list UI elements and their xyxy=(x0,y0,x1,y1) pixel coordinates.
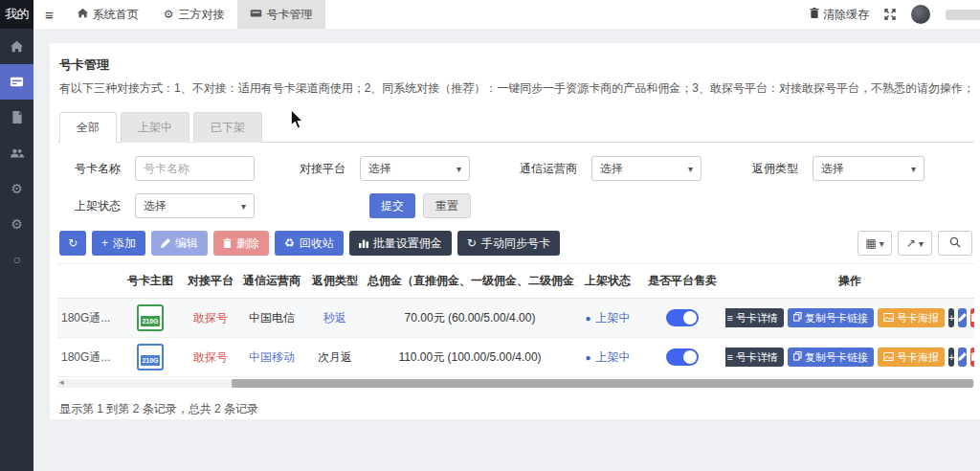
card-name: 180G通... xyxy=(57,338,117,377)
col-thumb-header: 号卡主图 xyxy=(117,264,184,299)
trash-icon xyxy=(810,8,819,21)
add-row-button[interactable]: + xyxy=(948,308,954,327)
add-button[interactable]: + 添加 xyxy=(92,231,145,256)
list-icon: ≡ xyxy=(727,312,733,324)
topbar: ≡ 系统首页 ⚙ 三方对接 号卡管理 xyxy=(33,0,980,29)
shelf-status-select[interactable]: 选择 ▾ xyxy=(135,193,255,218)
card-detail-button[interactable]: ≡号卡详情 xyxy=(725,348,784,367)
platform-select[interactable]: 选择 ▾ xyxy=(360,156,470,181)
card-poster-button[interactable]: 号卡海报 xyxy=(878,348,945,367)
app-window: 我的 ⚙ xyxy=(0,0,980,471)
sidebar-item-home[interactable] xyxy=(0,29,33,64)
clear-cache-label: 清除缓存 xyxy=(823,7,869,23)
chevron-down-icon: ▾ xyxy=(241,201,246,212)
page-description: 有以下三种对接方式：1、不对接：适用有号卡渠道商使用；2、同系统对接（推荐）：一… xyxy=(59,80,974,97)
col-platform-sale-header: 是否平台售卖 xyxy=(639,264,725,299)
card-name-input[interactable] xyxy=(135,156,255,181)
grid-icon: ▦ xyxy=(865,236,876,250)
plus-icon: + xyxy=(948,312,954,324)
status-tabs: 全部 上架中 已下架 xyxy=(57,111,974,143)
records-summary: 显示第 1 到第 2 条记录，总共 2 条记录 xyxy=(59,401,974,417)
topnav-tab-label: 三方对接 xyxy=(179,7,225,23)
scroll-left-arrow-icon[interactable]: ◂ xyxy=(59,377,64,387)
batch-commission-button[interactable]: 批量设置佣金 xyxy=(349,231,452,256)
manual-sync-button[interactable]: ↻ 手动同步号卡 xyxy=(457,231,560,256)
avatar[interactable] xyxy=(911,5,930,24)
hamburger-icon[interactable]: ≡ xyxy=(33,7,65,23)
copy-link-button[interactable]: 复制号卡链接 xyxy=(788,348,874,367)
col-status-header: 上架状态 xyxy=(576,264,639,299)
tab-off-shelf[interactable]: 已下架 xyxy=(193,112,262,143)
card-name-label: 号卡名称 xyxy=(75,161,121,177)
table-header-row: 号卡主图 对接平台 通信运营商 返佣类型 总佣金（直推佣金、一级佣金、二级佣金）… xyxy=(57,264,974,299)
table-row: 180G通... 210G 敢探号 中国电信 秒返 70.00元 (60.00/… xyxy=(57,299,974,338)
tab-all[interactable]: 全部 xyxy=(59,112,117,143)
tab-on-shelf[interactable]: 上架中 xyxy=(121,112,189,143)
home-icon xyxy=(11,40,23,53)
page-title: 号卡管理 xyxy=(59,56,974,74)
list-icon: ≡ xyxy=(727,351,733,363)
shelf-status-label: 上架状态 xyxy=(75,198,121,214)
refresh-icon: ↻ xyxy=(467,236,477,250)
topnav-tab-home[interactable]: 系统首页 xyxy=(65,0,151,29)
edit-row-button[interactable] xyxy=(958,308,967,327)
edit-button[interactable]: 编辑 xyxy=(151,231,208,256)
table-toolbar: ↻ + 添加 编辑 xyxy=(59,231,972,256)
copy-link-button[interactable]: 复制号卡链接 xyxy=(788,308,874,327)
card-detail-button[interactable]: ≡号卡详情 xyxy=(725,308,784,327)
sidebar-item-settings-1[interactable]: ⚙ xyxy=(0,170,33,206)
topnav-tab-card-management[interactable]: 号卡管理 xyxy=(237,0,325,29)
search-button[interactable] xyxy=(938,231,972,256)
main-area: ≡ 系统首页 ⚙ 三方对接 号卡管理 xyxy=(33,0,980,471)
home-icon xyxy=(78,8,88,21)
recycle-bin-button[interactable]: ♻ 回收站 xyxy=(275,231,344,256)
refresh-button[interactable]: ↻ xyxy=(59,231,86,256)
edit-row-button[interactable] xyxy=(958,348,967,367)
sidebar-item-settings-2[interactable]: ⚙ xyxy=(0,206,33,241)
card-thumbnail[interactable]: 210G xyxy=(137,344,164,370)
trash-icon xyxy=(223,238,232,248)
status-badge: ●上架中 xyxy=(585,349,630,366)
col-commission-header: 总佣金（直推佣金、一级佣金、二级佣金） xyxy=(364,264,576,299)
export-dropdown-button[interactable]: ↗ ▾ xyxy=(898,231,932,256)
commission-value: 110.00元 (100.00/5.00/4.00) xyxy=(364,338,576,377)
rebate-type-value: 次月返 xyxy=(306,338,364,377)
copy-icon xyxy=(793,351,802,363)
sidebar-item-cards[interactable] xyxy=(0,64,33,100)
platform-sale-toggle[interactable] xyxy=(666,348,699,366)
status-badge: ●上架中 xyxy=(585,310,630,326)
carrier-select[interactable]: 选择 ▾ xyxy=(591,156,702,181)
trash-icon xyxy=(970,351,974,363)
delete-row-button[interactable] xyxy=(970,308,974,327)
platform-sale-toggle[interactable] xyxy=(666,309,699,326)
topnav-tab-label: 号卡管理 xyxy=(267,7,313,23)
col-carrier-header: 通信运营商 xyxy=(237,264,306,299)
pencil-icon xyxy=(958,351,967,363)
chevron-down-icon: ▾ xyxy=(457,164,461,174)
sidebar-item-orders[interactable] xyxy=(0,100,33,135)
scrollbar-thumb[interactable] xyxy=(232,379,973,388)
refresh-icon: ↻ xyxy=(68,236,78,250)
clear-cache-button[interactable]: 清除缓存 xyxy=(810,7,869,23)
commission-value: 70.00元 (60.00/5.00/4.00) xyxy=(364,299,576,338)
sidebar-item-users[interactable] xyxy=(0,135,33,170)
fullscreen-icon[interactable] xyxy=(884,9,896,20)
add-row-button[interactable]: + xyxy=(948,348,954,367)
sidebar-item-misc[interactable]: ○ xyxy=(0,241,33,277)
plus-icon: + xyxy=(101,236,108,250)
horizontal-scrollbar[interactable]: ◂ xyxy=(57,379,974,388)
carrier-label: 通信运营商 xyxy=(520,161,577,177)
delete-button[interactable]: 删除 xyxy=(213,231,269,256)
recycle-icon: ♻ xyxy=(284,236,295,250)
rebate-type-value: 秒返 xyxy=(306,299,364,338)
card-poster-button[interactable]: 号卡海报 xyxy=(878,308,945,327)
rebate-type-select[interactable]: 选择 ▾ xyxy=(813,156,924,181)
card-thumbnail[interactable]: 210G xyxy=(137,304,164,331)
reset-button[interactable]: 重置 xyxy=(423,193,471,218)
gear-icon: ⚙ xyxy=(164,8,174,21)
submit-button[interactable]: 提交 xyxy=(369,193,415,218)
platform-value: 敢探号 xyxy=(184,338,237,377)
delete-row-button[interactable] xyxy=(970,348,974,367)
columns-dropdown-button[interactable]: ▦ ▾ xyxy=(858,231,892,256)
topnav-tab-integrations[interactable]: ⚙ 三方对接 xyxy=(151,0,237,29)
